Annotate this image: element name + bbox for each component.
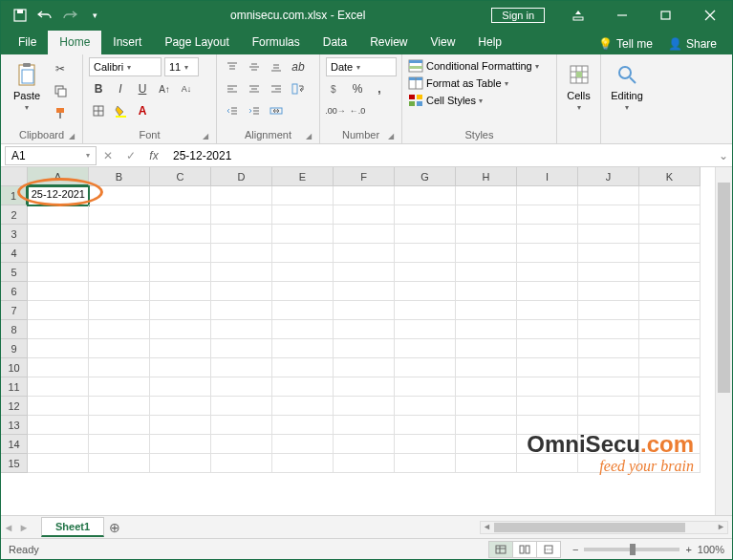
font-name-combo[interactable]: Calibri▾ — [89, 57, 162, 76]
cell[interactable] — [578, 186, 639, 205]
normal-view-icon[interactable] — [488, 541, 513, 558]
cell[interactable] — [517, 397, 578, 416]
cell[interactable] — [639, 205, 701, 225]
font-color-icon[interactable]: A — [133, 101, 152, 120]
dialog-launcher-icon[interactable]: ◢ — [201, 132, 210, 141]
cell[interactable] — [517, 339, 578, 358]
maximize-icon[interactable] — [644, 1, 688, 30]
tab-file[interactable]: File — [7, 31, 48, 54]
cell[interactable] — [272, 435, 334, 454]
cell[interactable] — [639, 225, 701, 244]
cell[interactable] — [334, 435, 395, 454]
align-left-icon[interactable] — [223, 79, 242, 98]
cell[interactable] — [334, 358, 395, 377]
decrease-font-icon[interactable]: A↓ — [177, 79, 196, 98]
cell[interactable] — [211, 282, 272, 301]
cell[interactable] — [639, 186, 701, 205]
cell[interactable] — [578, 377, 639, 397]
cell[interactable] — [150, 225, 211, 244]
cell[interactable] — [517, 282, 578, 301]
cell[interactable] — [456, 416, 517, 435]
cell[interactable] — [28, 320, 89, 339]
cell[interactable] — [578, 282, 639, 301]
cell[interactable] — [28, 435, 89, 454]
cell[interactable] — [89, 435, 150, 454]
borders-icon[interactable] — [89, 101, 108, 120]
font-size-combo[interactable]: 11▾ — [164, 57, 199, 76]
col-header[interactable]: F — [334, 167, 395, 186]
cell[interactable] — [211, 397, 272, 416]
align-center-icon[interactable] — [245, 79, 264, 98]
cell[interactable] — [578, 320, 639, 339]
cell[interactable] — [89, 282, 150, 301]
cell[interactable] — [272, 454, 334, 473]
tab-help[interactable]: Help — [466, 31, 513, 54]
cell[interactable] — [28, 301, 89, 320]
cell[interactable] — [456, 454, 517, 473]
cell[interactable] — [211, 263, 272, 282]
italic-button[interactable]: I — [111, 79, 130, 98]
cell[interactable] — [211, 244, 272, 263]
tab-insert[interactable]: Insert — [101, 31, 153, 54]
cell[interactable] — [334, 186, 395, 205]
format-as-table-button[interactable]: Format as Table▾ — [408, 76, 539, 90]
align-bottom-icon[interactable] — [267, 57, 286, 76]
sign-in-button[interactable]: Sign in — [491, 8, 545, 23]
cell[interactable] — [150, 205, 211, 225]
cell[interactable] — [517, 377, 578, 397]
cell[interactable] — [456, 377, 517, 397]
cell[interactable] — [578, 416, 639, 435]
cancel-icon[interactable]: ✕ — [97, 149, 119, 162]
cell[interactable] — [89, 397, 150, 416]
merge-center-icon[interactable] — [267, 101, 286, 120]
underline-button[interactable]: U — [133, 79, 152, 98]
tab-page-layout[interactable]: Page Layout — [153, 31, 240, 54]
decrease-indent-icon[interactable] — [223, 101, 242, 120]
cell[interactable] — [639, 301, 701, 320]
percent-format-icon[interactable]: % — [348, 79, 367, 98]
cell[interactable] — [211, 377, 272, 397]
cell[interactable] — [28, 282, 89, 301]
col-header[interactable]: D — [211, 167, 272, 186]
tab-view[interactable]: View — [420, 31, 467, 54]
decrease-decimal-icon[interactable]: ←.0 — [348, 101, 367, 120]
cell[interactable] — [456, 397, 517, 416]
cell[interactable] — [211, 186, 272, 205]
fx-icon[interactable]: fx — [142, 149, 165, 162]
close-icon[interactable] — [688, 1, 732, 30]
bold-button[interactable]: B — [89, 79, 108, 98]
row-header[interactable]: 3 — [1, 225, 28, 244]
row-header[interactable]: 2 — [1, 205, 28, 225]
tab-data[interactable]: Data — [312, 31, 358, 54]
col-header[interactable]: K — [639, 167, 701, 186]
tab-formulas[interactable]: Formulas — [241, 31, 312, 54]
enter-icon[interactable]: ✓ — [119, 149, 142, 162]
cell[interactable] — [639, 320, 701, 339]
cell[interactable] — [334, 339, 395, 358]
cell[interactable] — [272, 377, 334, 397]
cell[interactable] — [211, 339, 272, 358]
cell[interactable] — [89, 454, 150, 473]
cell[interactable] — [517, 205, 578, 225]
col-header[interactable]: A — [28, 167, 89, 186]
row-header[interactable]: 5 — [1, 263, 28, 282]
cell[interactable] — [28, 397, 89, 416]
cell[interactable] — [578, 358, 639, 377]
cell[interactable] — [456, 225, 517, 244]
vertical-scrollbar[interactable] — [715, 167, 732, 515]
increase-decimal-icon[interactable]: .00→ — [326, 101, 345, 120]
cell[interactable] — [334, 377, 395, 397]
cell[interactable] — [272, 282, 334, 301]
cell[interactable] — [639, 244, 701, 263]
cell[interactable] — [89, 186, 150, 205]
cell[interactable] — [334, 225, 395, 244]
cell[interactable] — [395, 205, 456, 225]
align-right-icon[interactable] — [267, 79, 286, 98]
cell[interactable] — [150, 301, 211, 320]
tell-me-button[interactable]: 💡Tell me — [593, 33, 658, 54]
minimize-icon[interactable] — [600, 1, 644, 30]
formula-input[interactable]: 25-12-2021 — [165, 149, 715, 162]
cell[interactable] — [334, 301, 395, 320]
cell[interactable] — [89, 358, 150, 377]
cell[interactable] — [272, 358, 334, 377]
